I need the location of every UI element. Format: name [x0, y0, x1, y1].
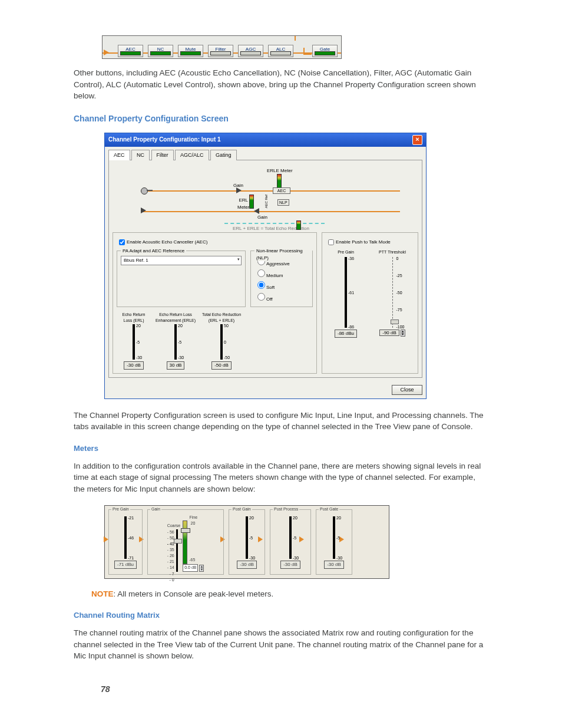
meters-figure: Pre Gain -21 -46 -71 -71 dBu Gain Coarse…: [104, 505, 389, 578]
chain-btn-filter[interactable]: Filter: [208, 45, 233, 57]
mic-icon: [141, 187, 148, 195]
routing-paragraph: The channel routing matrix of the Channe…: [74, 627, 488, 662]
meter-post-process: Post Process 20 -5 -30 -30 dB: [270, 509, 311, 574]
ref-legend: PA Adapt and AEC Reference: [121, 248, 186, 255]
meters-paragraph: In addition to the configuration control…: [74, 460, 488, 495]
chain-btn-mute[interactable]: Mute: [178, 45, 203, 57]
tab-aec[interactable]: AEC: [108, 150, 130, 160]
fine-value[interactable]: 0.0 dB: [183, 564, 198, 571]
close-button[interactable]: Close: [392, 385, 422, 395]
heading-meters: Meters: [74, 443, 488, 454]
pre-gain-meter: Pre Gain -36 -61 -86 -86 dBu: [330, 249, 361, 338]
ter-meter: Total Echo Reduction (ERL + ERLE) 50 0 -…: [200, 312, 243, 370]
ptt-threshold-slider[interactable]: PTT Threshold 0 -25 -50 -75 -100 -90 dB …: [375, 249, 409, 338]
config-title: Channel Property Configuration: Input 1: [108, 136, 221, 144]
intro-paragraph: Other buttons, including AEC (Acoustic E…: [74, 67, 488, 102]
ptt-stepper[interactable]: ▲▼: [401, 330, 405, 337]
note: NOTE: All meters in Console are peak-lev…: [91, 588, 488, 600]
meter-post-gain: Post Gain 20 -5 -30 -30 dB: [229, 509, 265, 574]
erl-meter: Echo Return Loss (ERL) 20 -5 -30 -30 dB: [117, 312, 151, 370]
tab-filter[interactable]: Filter: [151, 150, 174, 160]
gain2-label: Gain: [257, 214, 267, 221]
tab-nc[interactable]: NC: [131, 150, 150, 160]
gain-control[interactable]: Gain Coarse - 56 - 50 - 41 - 35 - 26 - 2…: [147, 509, 224, 574]
nlp-box: NLP: [277, 199, 289, 206]
fine-slider[interactable]: [183, 521, 187, 564]
config-paragraph: The Channel Property Configuration scree…: [74, 410, 488, 433]
heading-routing: Channel Routing Matrix: [74, 610, 488, 621]
tab-gating[interactable]: Gating: [210, 150, 237, 160]
coarse-slider-knob[interactable]: [174, 539, 182, 543]
chain-btn-aec[interactable]: AEC: [118, 45, 143, 57]
aec-box: AEC: [273, 187, 290, 194]
config-window-figure: Channel Property Configuration: Input 1 …: [104, 133, 427, 399]
page-number: 78: [101, 683, 488, 695]
tab-agcalc[interactable]: AGC/ALC: [175, 150, 209, 160]
aec-reference-select[interactable]: Bbus Ref. 1: [121, 256, 242, 265]
nlp-opt-off[interactable]: Off: [254, 291, 309, 303]
heading-config: Channel Property Configuration Screen: [74, 113, 488, 124]
nlp-legend: Non-linear Processing (NLP): [254, 248, 312, 261]
config-titlebar: Channel Property Configuration: Input 1 …: [105, 133, 426, 147]
meter-post-gate: Post Gate 20 -5 -30 -30 dB: [316, 509, 352, 574]
erle-meter: Echo Return Loss Enhancement (ERLE) 20 -…: [154, 312, 197, 370]
chain-btn-agc[interactable]: AGC: [238, 45, 263, 57]
aec-ref-label: AEC Ref: [264, 195, 269, 208]
chain-btn-alc[interactable]: ALC: [268, 45, 293, 57]
chain-btn-gate[interactable]: Gate: [312, 45, 338, 57]
close-icon[interactable]: ×: [412, 135, 422, 145]
meter-pre-gain: Pre Gain -21 -46 -71 -71 dBu: [108, 509, 143, 574]
gain-label: Gain: [233, 182, 243, 189]
processing-chain-figure: AEC NC Mute Filter AGC ALC Gate: [102, 35, 342, 59]
aec-diagram: Gain ERLE Meter AEC NLP ERL Meter AEC Re…: [113, 164, 418, 229]
erl-meter-label: ERL Meter: [237, 197, 249, 210]
enable-aec-checkbox[interactable]: Enable Acoustic Echo Canceller (AEC): [117, 238, 313, 247]
nlp-opt-soft[interactable]: Soft: [254, 279, 309, 291]
chain-btn-nc[interactable]: NC: [148, 45, 173, 57]
nlp-opt-medium[interactable]: Medium: [254, 268, 309, 279]
enable-ptt-checkbox[interactable]: Enable Push to Talk Mode: [326, 238, 414, 247]
config-tabs: AEC NC Filter AGC/ALC Gating: [105, 147, 426, 160]
fine-stepper[interactable]: ▲▼: [199, 565, 204, 572]
gain2-icon: [254, 208, 259, 214]
speaker-icon: [141, 207, 146, 213]
erle-meter-label: ERLE Meter: [267, 167, 293, 174]
